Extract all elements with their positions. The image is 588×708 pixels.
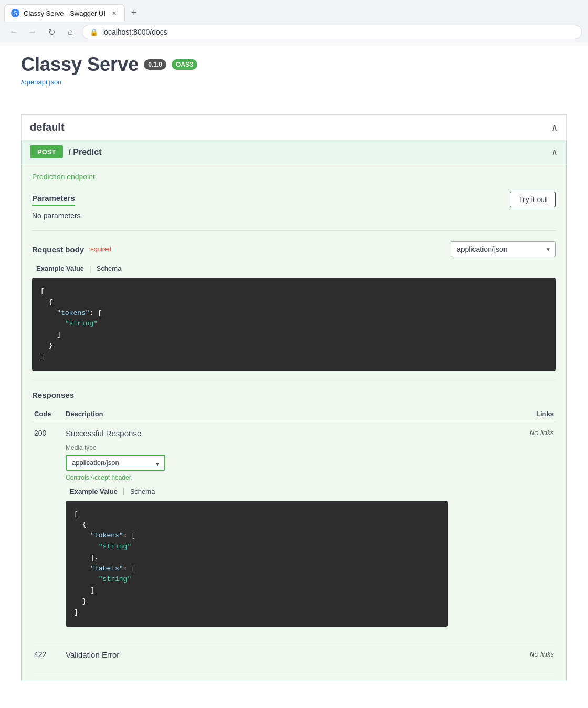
response-schema-tab[interactable]: Schema bbox=[126, 487, 160, 496]
home-button[interactable]: ⌂ bbox=[63, 25, 78, 39]
response-code-200: 200 bbox=[32, 422, 64, 643]
nav-bar: ← → ↻ ⌂ 🔒 localhost:8000/docs bbox=[0, 22, 588, 43]
params-title: Parameters bbox=[32, 194, 75, 206]
col-code: Code bbox=[32, 406, 64, 422]
section-header[interactable]: default ∧ bbox=[21, 114, 567, 140]
responses-section: Responses Code Description Links bbox=[32, 382, 556, 672]
response-links-422: No links bbox=[450, 643, 556, 672]
response-tabs-200: Example Value | Schema bbox=[66, 487, 448, 496]
content-type-select-wrapper: application/json bbox=[451, 241, 556, 257]
response-media-type-select[interactable]: application/json bbox=[66, 455, 165, 471]
new-tab-button[interactable]: + bbox=[127, 5, 141, 20]
forward-button[interactable]: → bbox=[25, 25, 40, 39]
responses-table: Code Description Links 200 Successful Re… bbox=[32, 406, 556, 672]
method-badge: POST bbox=[30, 145, 63, 158]
col-links: Links bbox=[450, 406, 556, 422]
endpoint-chevron-icon: ∧ bbox=[551, 146, 558, 158]
section-chevron-icon: ∧ bbox=[551, 122, 558, 133]
params-header: Parameters Try it out bbox=[32, 192, 556, 207]
app-title-row: Classy Serve 0.1.0 OAS3 bbox=[21, 54, 567, 76]
responses-title: Responses bbox=[32, 390, 556, 399]
back-button[interactable]: ← bbox=[6, 25, 21, 39]
reload-button[interactable]: ↻ bbox=[44, 25, 59, 39]
request-body-tabs: Example Value | Schema bbox=[32, 263, 556, 273]
tab-divider: | bbox=[88, 265, 92, 273]
response-row-422: 422 Validation Error No links bbox=[32, 643, 556, 672]
request-body-code: [ { "tokens": [ "string" ] } ] bbox=[32, 278, 556, 371]
response-desc-422: Validation Error bbox=[64, 643, 450, 672]
schema-tab[interactable]: Schema bbox=[92, 263, 126, 273]
description-text: endpoint bbox=[65, 173, 95, 181]
response-description-200: Successful Response bbox=[66, 429, 448, 438]
app-title: Classy Serve bbox=[21, 54, 139, 76]
request-body-header: Request body required application/json bbox=[32, 241, 556, 257]
version-badge: 0.1.0 bbox=[144, 59, 166, 70]
response-media-type-select-wrapper: application/json bbox=[66, 455, 165, 474]
response-code-block-200: [ { "tokens": [ "string" ], "labels": [ … bbox=[66, 501, 448, 627]
endpoint-description: Prediction endpoint bbox=[32, 173, 556, 181]
endpoint-left: POST / Predict bbox=[30, 145, 102, 158]
endpoint-path: / Predict bbox=[68, 147, 101, 157]
request-body-title: Request body required bbox=[32, 245, 111, 254]
endpoint-block: POST / Predict ∧ Prediction endpoint Par… bbox=[21, 140, 567, 681]
responses-header-row: Code Description Links bbox=[32, 406, 556, 422]
request-body-label: Request body bbox=[32, 245, 84, 254]
browser-chrome: S Classy Serve - Swagger UI ✕ + ← → ↻ ⌂ … bbox=[0, 0, 588, 43]
oas-badge: OAS3 bbox=[172, 59, 197, 70]
response-desc-200: Successful Response Media type applicati… bbox=[64, 422, 450, 643]
tab-close-button[interactable]: ✕ bbox=[110, 9, 118, 17]
parameters-section: Parameters Try it out No parameters bbox=[32, 192, 556, 231]
endpoint-body: Prediction endpoint Parameters Try it ou… bbox=[22, 164, 566, 681]
col-description: Description bbox=[64, 406, 450, 422]
response-description-422: Validation Error bbox=[66, 650, 448, 659]
section-title: default bbox=[30, 121, 65, 133]
default-section: default ∧ POST / Predict ∧ Prediction en… bbox=[21, 114, 567, 681]
required-badge: required bbox=[88, 246, 111, 253]
response-code-422: 422 bbox=[32, 643, 64, 672]
page-content: Classy Serve 0.1.0 OAS3 /openapi.json de… bbox=[0, 43, 588, 692]
controls-label: Controls Accept header. bbox=[66, 474, 448, 481]
tab-favicon: S bbox=[11, 9, 19, 17]
tab-title: Classy Serve - Swagger UI bbox=[24, 9, 106, 17]
request-body-section: Request body required application/json E… bbox=[32, 241, 556, 371]
active-tab[interactable]: S Classy Serve - Swagger UI ✕ bbox=[4, 4, 125, 22]
address-bar[interactable]: 🔒 localhost:8000/docs bbox=[82, 25, 582, 39]
openapi-link[interactable]: /openapi.json bbox=[21, 78, 61, 86]
tab-bar: S Classy Serve - Swagger UI ✕ + bbox=[0, 0, 588, 22]
content-type-select[interactable]: application/json bbox=[451, 241, 556, 257]
response-row-200: 200 Successful Response Media type appli… bbox=[32, 422, 556, 643]
media-type-label-200: Media type bbox=[66, 444, 448, 451]
no-params-label: No parameters bbox=[32, 212, 556, 220]
example-value-tab[interactable]: Example Value bbox=[32, 263, 88, 273]
response-example-tab[interactable]: Example Value bbox=[66, 487, 122, 496]
description-colored: Prediction bbox=[32, 173, 65, 181]
response-links-200: No links bbox=[450, 422, 556, 643]
response-tab-divider: | bbox=[122, 487, 126, 495]
endpoint-header[interactable]: POST / Predict ∧ bbox=[22, 140, 566, 164]
address-lock-icon: 🔒 bbox=[90, 28, 98, 36]
address-url: localhost:8000/docs bbox=[102, 28, 167, 36]
try-it-out-button[interactable]: Try it out bbox=[510, 192, 556, 207]
